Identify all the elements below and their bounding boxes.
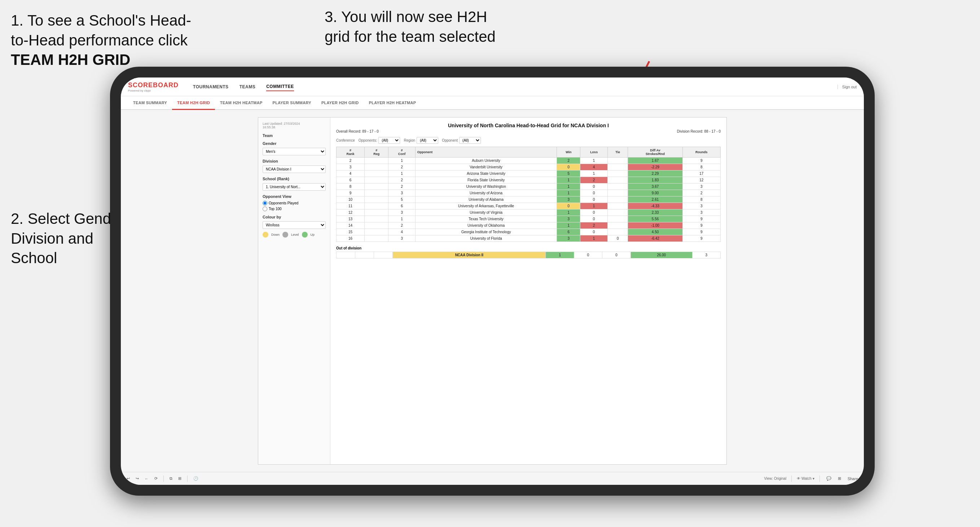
team-label: Team — [262, 133, 326, 138]
comment-btn[interactable]: 💬 — [825, 475, 833, 482]
col-opponent: Opponent — [415, 147, 557, 157]
table-row: 10 5 University of Alabama 3 0 2.61 8 — [337, 197, 721, 203]
opponent-view-label: Opponent View — [262, 194, 326, 198]
table-row: 15 4 Georgia Institute of Technology 6 0… — [337, 229, 721, 235]
overall-record: Overall Record: 89 - 17 - 0 — [336, 129, 379, 133]
top100-radio[interactable]: Top 100 — [262, 206, 326, 211]
col-tie: Tie — [608, 147, 628, 157]
col-reg: #Reg — [365, 147, 388, 157]
table-row: 4 1 Arizona State University 5 1 2.29 17 — [337, 170, 721, 177]
ood-tie: 0 — [602, 252, 630, 259]
table-row: 16 3 University of Florida 3 1 0 -6.42 9 — [337, 235, 721, 242]
redo-btn[interactable]: ↪ — [134, 475, 140, 482]
gender-select[interactable]: Men's — [262, 148, 326, 156]
filter-opponents-select[interactable]: (All) — [379, 137, 400, 144]
filter-region-group: Region (All) — [404, 137, 438, 144]
nav-teams[interactable]: TEAMS — [240, 83, 256, 91]
left-panel: Last Updated: 27/03/2024 16:55:38 Team G… — [258, 117, 330, 464]
nav-tournaments[interactable]: TOURNAMENTS — [193, 83, 229, 91]
table-row: 6 2 Florida State University 1 2 1.83 12 — [337, 177, 721, 184]
colour-by-label: Colour by — [262, 215, 326, 219]
back-btn[interactable]: ← — [143, 476, 150, 482]
ood-loss: 0 — [574, 252, 602, 259]
toolbar-right: View: Original 👁 Watch ▾ 💬 ⊞ Share — [764, 475, 859, 482]
logo-subtext: Powered by clippi — [128, 89, 178, 92]
division-select[interactable]: NCAA Division I — [262, 165, 326, 173]
copy-btn[interactable]: ⧉ — [168, 475, 174, 482]
grid-btn[interactable]: ⊞ — [837, 475, 843, 482]
opponents-played-radio[interactable]: Opponents Played — [262, 201, 326, 205]
table-row: 3 2 Vanderbilt University 0 4 -2.29 8 — [337, 164, 721, 170]
table-row: 9 3 University of Arizona 1 0 9.00 2 — [337, 190, 721, 197]
clock-btn[interactable]: 🕐 — [192, 475, 200, 482]
watch-label: 👁 Watch ▾ — [797, 476, 815, 481]
tab-team-h2h-grid[interactable]: TEAM H2H GRID — [172, 96, 215, 110]
tab-player-h2h-grid[interactable]: PLAYER H2H GRID — [316, 96, 364, 110]
colour-level — [282, 232, 288, 238]
filter-opponent-group: Opponent (All) — [442, 137, 481, 144]
ood-win: 1 — [546, 252, 574, 259]
h2h-table: #Rank #Reg #Conf Opponent Win Loss Tie D… — [336, 147, 721, 242]
tab-player-summary[interactable]: PLAYER SUMMARY — [267, 96, 316, 110]
right-panel: University of North Carolina Head-to-Hea… — [330, 117, 726, 464]
table-row: 12 3 University of Virginia 1 0 2.33 3 — [337, 210, 721, 216]
col-rounds: Rounds — [682, 147, 720, 157]
division-record: Division Record: 88 - 17 - 0 — [677, 129, 721, 133]
logo-text: SCOREBOARD — [128, 81, 178, 89]
tab-team-summary[interactable]: TEAM SUMMARY — [128, 96, 172, 110]
col-conf: #Conf — [388, 147, 415, 157]
out-of-division-label: Out of division — [336, 246, 721, 250]
ood-diff: 26.00 — [630, 252, 692, 259]
filter-opponents-group: Opponents: (All) — [358, 137, 400, 144]
ood-name: NCAA Division II — [393, 252, 546, 259]
undo-btn[interactable]: ↩ — [125, 475, 131, 482]
filter-row: Conference Opponents: (All) Region — [336, 137, 721, 144]
colour-down — [262, 232, 268, 238]
main-content: Last Updated: 27/03/2024 16:55:38 Team G… — [121, 110, 864, 472]
tab-team-h2h-heatmap[interactable]: TEAM H2H HEATMAP — [215, 96, 267, 110]
view-original: View: Original — [764, 476, 787, 481]
school-select[interactable]: 1. University of Nort... — [262, 183, 326, 191]
division-label: Division — [262, 159, 326, 163]
out-of-division-row: NCAA Division II 1 0 0 26.00 3 — [337, 252, 721, 259]
nav-committee[interactable]: COMMITTEE — [266, 83, 294, 91]
col-loss: Loss — [581, 147, 608, 157]
opponent-view-group: Opponents Played Top 100 — [262, 201, 326, 211]
records-row: Overall Record: 89 - 17 - 0 Division Rec… — [336, 129, 721, 133]
colour-up — [302, 232, 308, 238]
logo: SCOREBOARD Powered by clippi — [128, 81, 178, 92]
tab-player-h2h-heatmap[interactable]: PLAYER H2H HEATMAP — [364, 96, 421, 110]
filter-opponent-select[interactable]: (All) — [459, 137, 481, 144]
ood-rounds: 3 — [692, 252, 721, 259]
timestamp: Last Updated: 27/03/2024 16:55:38 — [262, 122, 326, 129]
annotation-1: 1. To see a School's Head- to-Head perfo… — [11, 11, 198, 70]
paste-btn[interactable]: ⊞ — [177, 475, 183, 482]
tablet-frame: SCOREBOARD Powered by clippi TOURNAMENTS… — [110, 67, 875, 496]
filter-region-select[interactable]: (All) — [417, 137, 438, 144]
table-row: 14 2 University of Oklahoma 1 2 -1.00 9 — [337, 222, 721, 229]
table-header-row: #Rank #Reg #Conf Opponent Win Loss Tie D… — [337, 147, 721, 157]
colour-legend: Down Level Up — [262, 232, 326, 238]
refresh-btn[interactable]: ⟳ — [153, 475, 159, 482]
colour-select[interactable]: Win/loss — [262, 221, 326, 229]
share-btn[interactable]: Share — [846, 476, 859, 482]
sign-out-link[interactable]: Sign out — [837, 85, 857, 89]
table-row: 2 1 Auburn University 2 1 1.67 9 — [337, 157, 721, 164]
table-row: 11 6 University of Arkansas, Fayettevill… — [337, 203, 721, 210]
tableau-frame: Last Updated: 27/03/2024 16:55:38 Team G… — [258, 117, 727, 465]
table-row: 8 2 University of Washington 1 0 3.67 3 — [337, 184, 721, 190]
bottom-toolbar: ↩ ↪ ← ⟳ ⧉ ⊞ 🕐 View: Original 👁 Watch ▾ 💬… — [121, 472, 864, 485]
gender-label: Gender — [262, 141, 326, 146]
grid-title: University of North Carolina Head-to-Hea… — [336, 122, 721, 128]
table-row: 13 1 Texas Tech University 3 0 5.56 9 — [337, 216, 721, 222]
annotation-3: 3. You will now see H2H grid for the tea… — [325, 7, 570, 46]
col-rank: #Rank — [337, 147, 365, 157]
school-label: School (Rank) — [262, 177, 326, 181]
filter-conference: Conference — [336, 138, 355, 142]
app-container: SCOREBOARD Powered by clippi TOURNAMENTS… — [121, 78, 864, 485]
tablet-screen: SCOREBOARD Powered by clippi TOURNAMENTS… — [121, 78, 864, 485]
out-of-division-table: NCAA Division II 1 0 0 26.00 3 — [336, 252, 721, 259]
col-win: Win — [557, 147, 581, 157]
sub-nav: TEAM SUMMARY TEAM H2H GRID TEAM H2H HEAT… — [121, 96, 864, 110]
col-diff: Diff AvStrokes/Rnd — [628, 147, 682, 157]
